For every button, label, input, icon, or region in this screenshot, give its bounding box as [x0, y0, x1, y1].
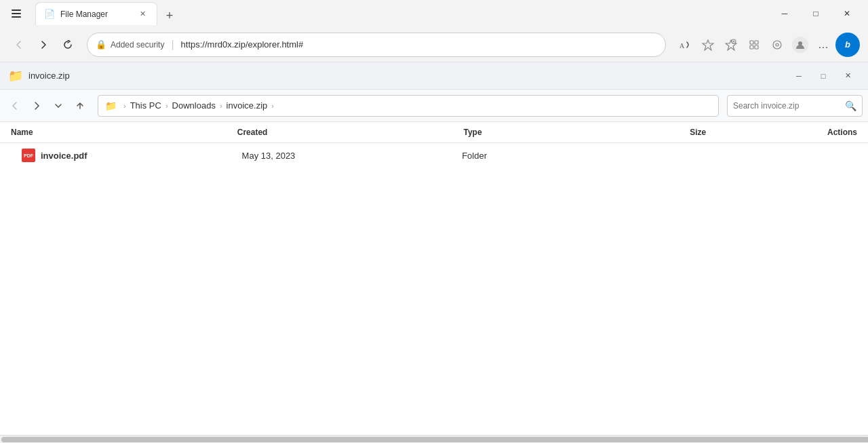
- svg-rect-11: [750, 45, 753, 49]
- fm-close-button[interactable]: ✕: [835, 66, 860, 85]
- fm-title-bar: 📁 invoice.zip ─ □ ✕: [0, 62, 868, 90]
- scrollbar-thumb[interactable]: [1, 437, 868, 442]
- fm-window-title: invoice.zip: [28, 71, 787, 81]
- fm-search-icon[interactable]: 🔍: [845, 100, 856, 111]
- file-type: Folder: [462, 151, 682, 161]
- svg-rect-10: [755, 41, 758, 44]
- fm-window-controls: ─ □ ✕: [787, 66, 860, 85]
- svg-point-13: [773, 41, 781, 49]
- file-list-header: Name Created Type Size Actions: [0, 122, 868, 143]
- column-name: Name: [11, 128, 237, 137]
- fm-folder-icon: 📁: [8, 69, 23, 83]
- more-icon: …: [818, 39, 829, 51]
- fm-back-button[interactable]: [5, 96, 24, 115]
- window-controls: ─ □ ✕: [769, 3, 863, 24]
- maximize-button[interactable]: □: [800, 3, 831, 24]
- address-bar[interactable]: 🔒 Added security | https://mrd0x.zip/exp…: [87, 33, 666, 57]
- tab-close-button[interactable]: ✕: [136, 8, 149, 20]
- sidebar-button[interactable]: [5, 3, 27, 24]
- address-separator: |: [171, 39, 174, 51]
- add-favorites-button[interactable]: [720, 34, 742, 56]
- file-icon: PDF: [22, 149, 35, 162]
- fm-search-input[interactable]: [733, 101, 845, 111]
- fm-forward-button[interactable]: [27, 96, 46, 115]
- breadcrumb-folder-icon: 📁: [105, 100, 117, 111]
- svg-marker-4: [703, 40, 713, 50]
- table-row[interactable]: PDF invoice.pdf May 13, 2023 Folder: [11, 143, 857, 168]
- svg-point-14: [776, 43, 778, 46]
- back-button[interactable]: [8, 34, 30, 56]
- fm-minimize-button[interactable]: ─: [787, 66, 811, 85]
- breadcrumb-sep-3: ›: [271, 102, 274, 110]
- file-list: PDF invoice.pdf May 13, 2023 Folder: [0, 143, 868, 435]
- browser-toolbar: 🔒 Added security | https://mrd0x.zip/exp…: [0, 27, 868, 62]
- breadcrumb[interactable]: 📁 › This PC › Downloads › invoice.zip ›: [98, 95, 719, 117]
- refresh-button[interactable]: [57, 34, 79, 56]
- bing-icon: b: [845, 39, 850, 50]
- collections-button[interactable]: [743, 34, 765, 56]
- pdf-icon: PDF: [22, 149, 35, 162]
- read-aloud-button[interactable]: A: [674, 34, 696, 56]
- close-button[interactable]: ✕: [831, 3, 863, 24]
- extensions-button[interactable]: [766, 34, 788, 56]
- bing-button[interactable]: b: [835, 33, 860, 57]
- security-text: Added security: [111, 40, 164, 50]
- fm-search-box[interactable]: 🔍: [727, 95, 863, 117]
- fm-maximize-button[interactable]: □: [811, 66, 835, 85]
- tab-file-manager[interactable]: 📄 File Manager ✕: [35, 2, 157, 25]
- file-created: May 13, 2023: [242, 151, 462, 161]
- scrollbar[interactable]: [0, 435, 868, 443]
- title-bar: 📄 File Manager ✕ + ─ □ ✕: [0, 0, 868, 27]
- minimize-button[interactable]: ─: [769, 3, 800, 24]
- breadcrumb-downloads[interactable]: Downloads: [172, 100, 216, 111]
- tab-title: File Manager: [60, 9, 131, 19]
- breadcrumb-sep-2: ›: [220, 102, 222, 110]
- security-icon: 🔒: [96, 39, 106, 50]
- breadcrumb-sep-1: ›: [165, 102, 168, 110]
- breadcrumb-this-pc[interactable]: This PC: [130, 100, 161, 111]
- column-size: Size: [690, 128, 803, 137]
- tab-page-icon: 📄: [44, 9, 55, 19]
- more-button[interactable]: …: [812, 34, 834, 56]
- svg-rect-9: [750, 41, 753, 44]
- toolbar-icons: A: [674, 33, 860, 57]
- column-type: Type: [463, 128, 690, 137]
- file-name: invoice.pdf: [41, 151, 87, 161]
- svg-rect-12: [755, 45, 758, 49]
- tabs-area: 📄 File Manager ✕ +: [33, 2, 764, 25]
- breadcrumb-sep-0: ›: [123, 102, 126, 110]
- svg-rect-1: [12, 13, 21, 14]
- breadcrumb-invoice-zip[interactable]: invoice.zip: [226, 100, 268, 111]
- sidebar-toggle: [5, 3, 27, 24]
- fm-toolbar: 📁 › This PC › Downloads › invoice.zip › …: [0, 90, 868, 122]
- fm-up-button[interactable]: [71, 96, 90, 115]
- favorites-button[interactable]: [697, 34, 719, 56]
- forward-button[interactable]: [33, 34, 54, 56]
- column-actions: Actions: [803, 128, 857, 137]
- column-created: Created: [237, 128, 464, 137]
- fm-history-button[interactable]: [49, 96, 68, 115]
- profile-avatar: [792, 37, 808, 53]
- file-manager: 📁 invoice.zip ─ □ ✕ 📁: [0, 62, 868, 443]
- svg-rect-2: [12, 16, 21, 18]
- new-tab-button[interactable]: +: [160, 6, 179, 25]
- svg-text:A: A: [679, 42, 685, 50]
- profile-button[interactable]: [789, 34, 811, 56]
- svg-rect-0: [12, 9, 21, 11]
- url-display: https://mrd0x.zip/explorer.html#: [181, 39, 657, 50]
